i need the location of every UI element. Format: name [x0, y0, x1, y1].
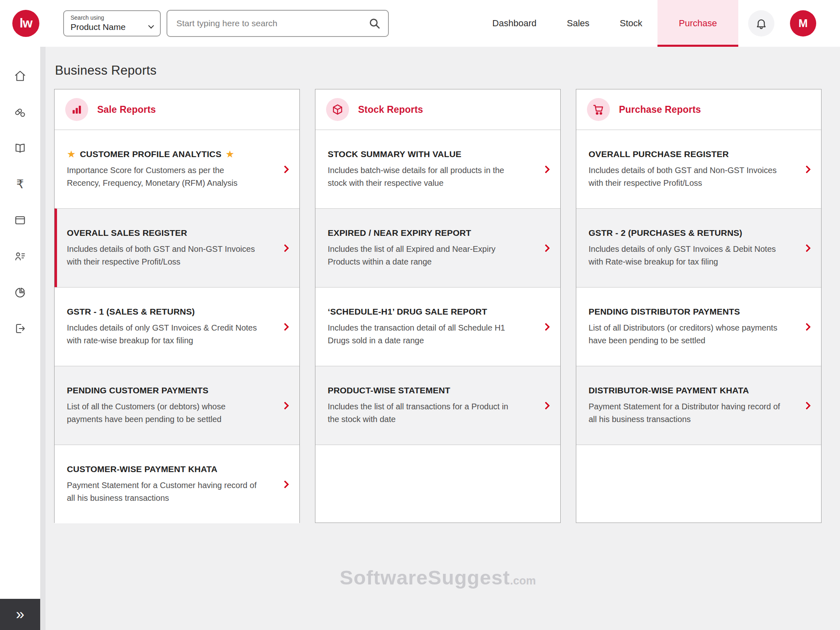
rupee-icon[interactable]: ₹	[14, 178, 26, 190]
sidebar-expand-button[interactable]: »	[0, 599, 40, 630]
report-title: PENDING CUSTOMER PAYMENTS	[67, 386, 265, 395]
report-title: PENDING DISTRIBUTOR PAYMENTS	[589, 307, 787, 317]
report-description: Includes the list of all transactions fo…	[328, 400, 520, 426]
report-title: CUSTOMER-WISE PAYMENT KHATA	[67, 464, 265, 474]
reports-grid: Sale Reports ★ CUSTOMER PROFILE ANALYTIC…	[54, 89, 822, 523]
report-description: Includes details of only GST Invoices & …	[589, 243, 781, 268]
sidebar: ₹	[0, 47, 40, 630]
report-row[interactable]: EXPIRED / NEAR EXPIRY REPORT Includes th…	[315, 208, 560, 287]
logout-icon[interactable]	[14, 322, 26, 335]
section-header-stock: Stock Reports	[315, 89, 560, 130]
report-title: OVERALL PURCHASE REGISTER	[589, 149, 787, 159]
report-row[interactable]: OVERALL PURCHASE REGISTER Includes detai…	[576, 130, 821, 208]
report-description: Includes the transaction detail of all S…	[328, 322, 520, 347]
report-row[interactable]: GSTR - 2 (PURCHASES & RETURNS) Includes …	[576, 208, 821, 287]
report-description: List of all the Customers (or debtors) w…	[67, 400, 260, 426]
chevron-right-icon	[281, 402, 289, 410]
chevron-down-icon	[148, 23, 154, 29]
report-title: PRODUCT-WISE STATEMENT	[328, 386, 526, 395]
sale-reports-card: Sale Reports ★ CUSTOMER PROFILE ANALYTIC…	[54, 89, 300, 523]
nav-stock[interactable]: Stock	[605, 0, 657, 47]
purchase-icon-circle	[587, 98, 610, 121]
report-title: EXPIRED / NEAR EXPIRY REPORT	[328, 228, 526, 238]
report-description: Includes details of both GST and Non-GST…	[589, 164, 781, 189]
watermark-tld: .com	[510, 575, 536, 587]
chevron-right-icon	[803, 402, 811, 410]
user-avatar[interactable]: M	[790, 10, 816, 37]
bell-icon	[755, 17, 767, 30]
report-description: Importance Score for Customers as per th…	[67, 164, 260, 189]
app-logo[interactable]: lw	[12, 10, 39, 37]
contacts-icon[interactable]	[14, 250, 26, 262]
home-icon[interactable]	[14, 70, 26, 82]
report-title: DISTRIBUTOR-WISE PAYMENT KHATA	[589, 386, 787, 395]
medicines-icon[interactable]	[14, 106, 26, 118]
pie-chart-icon[interactable]	[14, 286, 26, 299]
report-description: Includes details of only GST Invoices & …	[67, 322, 260, 347]
bar-chart-icon	[71, 103, 83, 116]
search-input[interactable]	[167, 10, 389, 37]
nav-sales[interactable]: Sales	[552, 0, 605, 47]
book-icon[interactable]	[14, 142, 26, 154]
report-row[interactable]: OVERALL SALES REGISTER Includes details …	[55, 208, 299, 287]
report-row[interactable]: DISTRIBUTOR-WISE PAYMENT KHATA Payment S…	[576, 366, 821, 445]
nav-dashboard[interactable]: Dashboard	[477, 0, 552, 47]
report-title: ‘SCHEDULE-H1’ DRUG SALE REPORT	[328, 307, 526, 317]
chevron-right-icon	[281, 165, 289, 173]
report-title: STOCK SUMMARY WITH VALUE	[328, 149, 526, 159]
nav-purchase[interactable]: Purchase	[657, 0, 738, 47]
chevron-right-icon	[803, 244, 811, 252]
watermark-text: SoftwareSuggest	[340, 566, 510, 589]
search-icon[interactable]	[368, 17, 381, 30]
report-description: Includes the list of all Expired and Nea…	[328, 243, 520, 268]
chevron-right-icon	[281, 323, 289, 331]
report-row[interactable]: STOCK SUMMARY WITH VALUE Includes batch-…	[315, 130, 560, 208]
chevron-right-icon	[542, 323, 550, 331]
report-title: GSTR - 1 (SALES & RETURNS)	[67, 307, 265, 317]
chevron-right-icon	[281, 244, 289, 252]
billing-icon[interactable]	[14, 214, 26, 226]
section-header-purchase: Purchase Reports	[576, 89, 821, 130]
report-row[interactable]: PRODUCT-WISE STATEMENT Includes the list…	[315, 366, 560, 445]
body: ₹	[0, 47, 840, 630]
empty-area	[315, 445, 560, 523]
chevron-right-icon	[542, 244, 550, 252]
report-row[interactable]: PENDING CUSTOMER PAYMENTS List of all th…	[55, 366, 299, 445]
package-icon	[331, 103, 344, 116]
report-title: OVERALL SALES REGISTER	[67, 228, 265, 238]
sale-icon-circle	[65, 98, 88, 121]
report-description: Includes details of both GST and Non-GST…	[67, 243, 260, 268]
page-title: Business Reports	[55, 63, 822, 78]
chevron-right-icon	[803, 165, 811, 173]
main-nav: Dashboard Sales Stock Purchase	[477, 0, 738, 47]
cart-icon	[592, 103, 605, 116]
section-header-sale: Sale Reports	[55, 89, 299, 130]
report-description: Payment Statement for a Distributor havi…	[589, 400, 781, 426]
search-by-label: Search using	[71, 14, 153, 21]
star-icon: ★	[226, 149, 235, 159]
app-screen: lw Search using Product Name Dashboard S…	[0, 0, 840, 630]
top-bar: lw Search using Product Name Dashboard S…	[0, 0, 840, 47]
stock-icon-circle	[326, 98, 349, 121]
report-row[interactable]: PENDING DISTRIBUTOR PAYMENTS List of all…	[576, 287, 821, 366]
report-row[interactable]: ★ CUSTOMER PROFILE ANALYTICS ★ Importanc…	[55, 130, 299, 208]
section-title: Purchase Reports	[619, 104, 701, 115]
main-content: Business Reports Sale Reports	[46, 47, 840, 630]
report-row[interactable]: ‘SCHEDULE-H1’ DRUG SALE REPORT Includes …	[315, 287, 560, 366]
search-by-value: Product Name	[71, 22, 126, 32]
chevron-right-icon	[281, 480, 289, 488]
chevron-right-icon	[803, 323, 811, 331]
report-row[interactable]: GSTR - 1 (SALES & RETURNS) Includes deta…	[55, 287, 299, 366]
empty-area	[576, 445, 821, 523]
star-icon: ★	[67, 149, 76, 159]
sidebar-divider	[40, 47, 46, 630]
report-title: ★ CUSTOMER PROFILE ANALYTICS ★	[67, 149, 265, 159]
report-description: List of all Distributors (or creditors) …	[589, 322, 781, 347]
report-title: GSTR - 2 (PURCHASES & RETURNS)	[589, 228, 787, 238]
search-box	[167, 10, 389, 37]
stock-reports-card: Stock Reports STOCK SUMMARY WITH VALUE I…	[315, 89, 561, 523]
report-row[interactable]: CUSTOMER-WISE PAYMENT KHATA Payment Stat…	[55, 445, 299, 523]
notifications-button[interactable]	[748, 10, 774, 37]
search-by-dropdown[interactable]: Search using Product Name	[63, 10, 161, 37]
purchase-reports-card: Purchase Reports OVERALL PURCHASE REGIST…	[576, 89, 822, 523]
